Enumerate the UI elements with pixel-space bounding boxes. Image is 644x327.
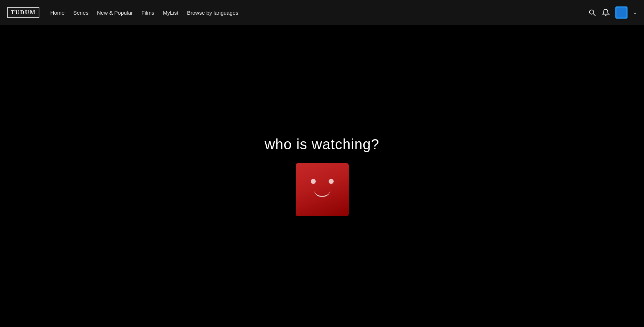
who-watching-heading: who is watching? bbox=[265, 136, 379, 152]
avatar-inner bbox=[616, 8, 626, 18]
bell-button[interactable] bbox=[602, 9, 610, 16]
chevron-down-icon[interactable]: ⌄ bbox=[633, 10, 637, 15]
main-content: who is watching? bbox=[0, 0, 644, 327]
svg-line-1 bbox=[593, 14, 595, 16]
face-eye-right bbox=[329, 179, 334, 184]
face-mouth bbox=[314, 190, 330, 197]
nav-item-browse-languages[interactable]: Browse by languages bbox=[187, 10, 238, 16]
logo[interactable]: TUDUM bbox=[7, 7, 39, 18]
navbar-right: ⌄ bbox=[588, 6, 637, 19]
profile-card[interactable] bbox=[296, 163, 349, 216]
search-button[interactable] bbox=[588, 9, 596, 16]
face-eyes bbox=[311, 179, 334, 184]
nav-item-home[interactable]: Home bbox=[50, 10, 64, 16]
logo-text: TUDUM bbox=[11, 9, 36, 16]
face-eye-left bbox=[311, 179, 316, 184]
nav-item-mylist[interactable]: MyList bbox=[163, 10, 178, 16]
nav-item-series[interactable]: Series bbox=[73, 10, 88, 16]
user-avatar[interactable] bbox=[615, 6, 628, 19]
nav-menu: Home Series New & Popular Films MyList B… bbox=[50, 10, 588, 16]
nav-item-new-popular[interactable]: New & Popular bbox=[97, 10, 133, 16]
nav-item-films[interactable]: Films bbox=[141, 10, 154, 16]
navbar: TUDUM Home Series New & Popular Films My… bbox=[0, 0, 644, 25]
search-icon bbox=[588, 9, 596, 16]
svg-point-0 bbox=[590, 10, 594, 14]
profile-face bbox=[296, 163, 349, 216]
bell-icon bbox=[602, 9, 610, 16]
